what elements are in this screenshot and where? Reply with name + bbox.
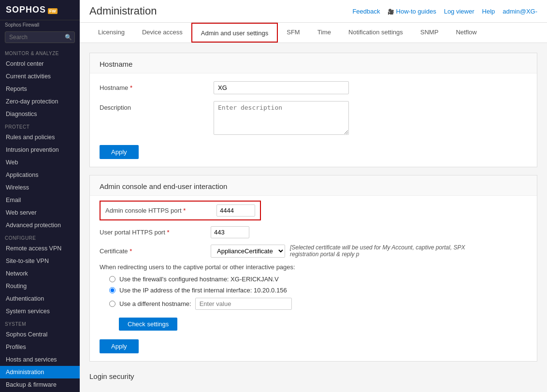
different-hostname-input[interactable] [195,298,292,310]
https-port-highlighted-row: Admin console HTTPS port * [100,201,527,220]
section-label-monitor: MONITOR & ANALYZE [0,47,80,58]
description-input-wrap [214,101,527,136]
sidebar-item-routing[interactable]: Routing [0,280,80,292]
radio-use-hostname: Use the firewall's configured hostname: … [109,276,527,283]
radio-group: Use the firewall's configured hostname: … [100,276,527,310]
search-icon: 🔍 [65,34,72,41]
hostname-section-title: Hostname [90,53,537,73]
sidebar-item-rules-policies[interactable]: Rules and policies [0,131,80,144]
radio-different-label: Use a different hostname: [119,300,191,307]
tab-admin-user-settings[interactable]: Admin and user settings [191,23,278,43]
sidebar-item-intrusion[interactable]: Intrusion prevention [0,144,80,156]
sidebar-search-wrap: 🔍 [0,28,80,47]
certificate-row: Certificate * ApplianceCertificate [Sele… [100,244,527,258]
sidebar-item-remote-vpn[interactable]: Remote access VPN [0,242,80,255]
tab-device-access[interactable]: Device access [133,23,191,43]
sidebar-item-control-center[interactable]: Control center [0,58,80,70]
sidebar-item-system-services[interactable]: System services [0,305,80,318]
hostname-apply-button[interactable]: Apply [100,145,139,159]
sidebar-item-current-activities[interactable]: Current activities [0,70,80,83]
hostname-row: Hostname * [100,81,527,94]
hostname-input[interactable] [214,81,349,94]
log-viewer-link[interactable]: Log viewer [444,8,475,15]
sidebar-item-advanced-protection[interactable]: Advanced protection [0,219,80,232]
sidebar-item-network[interactable]: Network [0,267,80,280]
login-security-title: Login security [89,369,537,382]
sidebar-item-web[interactable]: Web [0,156,80,169]
tab-sfm[interactable]: SFM [278,23,308,43]
tab-netflow[interactable]: Netflow [447,23,485,43]
certificate-note: [Selected certificate will be used for M… [290,244,483,258]
feedback-link[interactable]: Feedback [352,8,380,15]
user-portal-row: User portal HTTPS port * [100,226,527,238]
sidebar-item-reports[interactable]: Reports [0,83,80,95]
sidebar-item-web-server[interactable]: Web server [0,206,80,219]
radio-different-input[interactable] [109,301,115,307]
sophos-logo-text: SOPHOS [6,5,46,15]
description-row: Description [100,101,527,136]
sidebar-item-applications[interactable]: Applications [0,169,80,181]
https-port-input[interactable] [216,204,255,217]
top-nav-links: Feedback How-to guides Log viewer Help a… [352,8,537,15]
certificate-required: * [130,247,132,255]
description-label: Description [100,101,206,111]
tab-bar: Licensing Device access Admin and user s… [80,23,547,43]
admin-apply-button[interactable]: Apply [100,339,139,353]
radio-ip-input[interactable] [109,287,115,293]
user-portal-required: * [167,229,169,236]
description-input[interactable] [214,101,349,135]
sidebar-item-authentication[interactable]: Authentication [0,292,80,305]
hostname-section-body: Hostname * Description Apply [90,73,537,167]
hostname-section: Hostname Hostname * Description [89,53,537,167]
help-link[interactable]: Help [482,8,495,15]
sidebar-item-administration[interactable]: Administration [0,366,80,378]
sidebar-item-diagnostics[interactable]: Diagnostics [0,108,80,120]
sidebar: SOPHOS FW Sophos Firewall 🔍 MONITOR & AN… [0,0,80,392]
hostname-required: * [130,84,132,91]
sidebar-logo: SOPHOS FW [0,0,80,20]
section-label-protect: PROTECT [0,120,80,131]
check-settings-wrap: Check settings [109,315,527,331]
certificate-label: Certificate * [100,247,206,255]
radio-use-different: Use a different hostname: [109,298,527,310]
sidebar-item-backup-firmware[interactable]: Backup & firmware [0,378,80,391]
tab-notification-settings[interactable]: Notification settings [340,23,412,43]
section-label-system: SYSTEM [0,318,80,328]
sidebar-item-wireless[interactable]: Wireless [0,181,80,194]
section-label-configure: CONFIGURE [0,232,80,242]
admin-console-title: Admin console and end-user interaction [90,175,537,196]
how-to-guides-link[interactable]: How-to guides [388,8,436,15]
top-header: Administration Feedback How-to guides Lo… [80,0,547,23]
https-port-required: * [183,207,186,214]
sophos-firewall-label: Sophos Firewall [0,20,80,28]
sidebar-item-zero-day[interactable]: Zero-day protection [0,95,80,108]
tab-licensing[interactable]: Licensing [89,23,133,43]
check-settings-button[interactable]: Check settings [119,318,177,331]
hostname-label: Hostname * [100,81,206,91]
tab-snmp[interactable]: SNMP [412,23,447,43]
sidebar-item-profiles[interactable]: Profiles [0,341,80,353]
redirect-label: When redirecting users to the captive po… [100,263,527,271]
sidebar-item-email[interactable]: Email [0,194,80,206]
radio-hostname-input[interactable] [109,276,115,282]
tab-time[interactable]: Time [309,23,340,43]
user-portal-input[interactable] [211,226,249,238]
radio-ip-label: Use the IP address of the first internal… [119,287,287,294]
sidebar-item-hosts-services[interactable]: Hosts and services [0,353,80,366]
https-port-highlight-box: Admin console HTTPS port * [100,201,261,220]
admin-console-body: Admin console HTTPS port * User portal H… [90,196,537,361]
radio-hostname-label: Use the firewall's configured hostname: … [119,276,279,283]
user-portal-label: User portal HTTPS port * [100,229,206,236]
hostname-input-wrap [214,81,527,94]
admin-link[interactable]: admin@XG- [503,8,537,15]
radio-use-ip: Use the IP address of the first internal… [109,287,527,294]
page-title: Administration [89,5,157,17]
content-area: Hostname Hostname * Description [80,43,547,392]
sidebar-item-sophos-central[interactable]: Sophos Central [0,328,80,341]
certificate-select[interactable]: ApplianceCertificate [211,245,285,258]
sidebar-item-site-vpn[interactable]: Site-to-site VPN [0,255,80,267]
https-port-label: Admin console HTTPS port * [105,207,212,214]
fw-badge: FW [48,8,58,14]
main-content: Administration Feedback How-to guides Lo… [80,0,547,392]
admin-console-section: Admin console and end-user interaction A… [89,175,537,362]
